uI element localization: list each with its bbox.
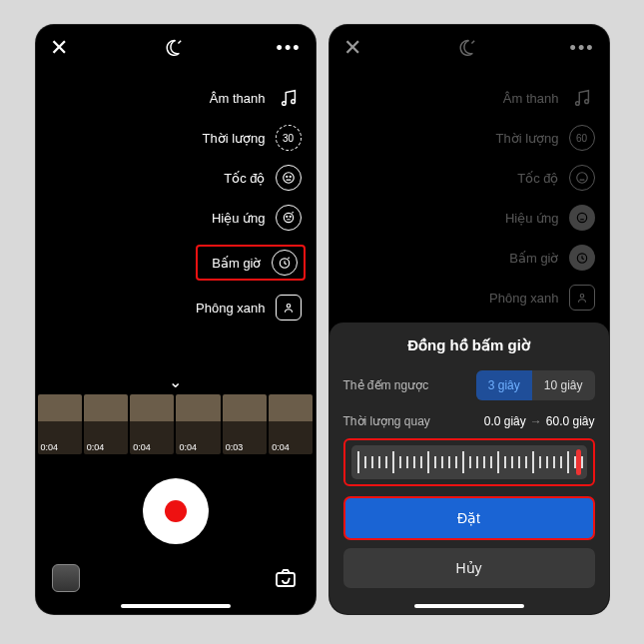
flip-camera-icon[interactable] — [272, 564, 300, 592]
home-indicator — [121, 604, 231, 608]
home-indicator — [414, 604, 524, 608]
label: Âm thanh — [503, 91, 559, 106]
timer-sheet: Đồng hồ bấm giờ Thẻ đếm ngược 3 giây 10 … — [329, 322, 609, 614]
label: Âm thanh — [210, 91, 266, 106]
menu-timer[interactable]: Bấm giờ — [196, 245, 305, 281]
duration-icon: 30 — [276, 125, 302, 151]
thumb[interactable]: 0:04 — [38, 394, 82, 454]
side-menu: Âm thanh Thời lượng 60 Tốc độ Hiệu ứng — [489, 85, 594, 311]
duration-icon: 60 — [569, 125, 595, 151]
thumb[interactable]: 0:04 — [176, 394, 220, 454]
menu-greenscreen[interactable]: Phông xanh — [489, 285, 594, 311]
label: Tốc độ — [224, 171, 265, 186]
left-screenshot: ✕ ••• Âm thanh Thời lượng 30 Tốc độ — [36, 25, 316, 614]
label: Bấm giờ — [212, 256, 261, 271]
stickers-button[interactable] — [52, 564, 80, 592]
svg-point-5 — [290, 176, 291, 177]
countdown-label: Thẻ đếm ngược — [343, 378, 429, 392]
greenscreen-icon — [276, 295, 302, 321]
thumb[interactable]: 0:04 — [130, 394, 174, 454]
night-mode-icon[interactable] — [454, 37, 476, 59]
clip-thumbnails: 0:04 0:04 0:04 0:04 0:03 0:04 — [36, 394, 316, 454]
topbar: ✕ ••• — [36, 25, 316, 67]
label: Tốc độ — [517, 171, 558, 186]
record-duration-values: 0.0 giây→60.0 giây — [484, 414, 595, 428]
duration-ruler-highlight — [343, 438, 595, 486]
record-button[interactable] — [143, 478, 209, 544]
menu-speed[interactable]: Tốc độ — [489, 165, 594, 191]
svg-point-10 — [287, 305, 291, 309]
svg-rect-11 — [277, 573, 295, 586]
set-button[interactable]: Đặt — [343, 496, 595, 540]
close-icon[interactable]: ✕ — [50, 35, 68, 61]
svg-point-1 — [282, 102, 286, 106]
menu-duration[interactable]: Thời lượng 60 — [489, 125, 594, 151]
label: Thời lượng — [495, 131, 558, 146]
label: Phông xanh — [489, 291, 558, 306]
svg-line-0 — [178, 41, 181, 44]
label: Phông xanh — [196, 301, 265, 316]
effect-icon — [276, 205, 302, 231]
right-screenshot: ✕ ••• Âm thanh Thời lượng 60 Tốc độ — [329, 25, 609, 614]
thumb[interactable]: 0:04 — [84, 394, 128, 454]
effect-icon — [569, 205, 595, 231]
cancel-button[interactable]: Hủy — [343, 548, 595, 588]
thumb[interactable]: 0:03 — [223, 394, 267, 454]
svg-point-14 — [584, 100, 588, 104]
label: Bấm giờ — [509, 251, 558, 266]
topbar: ✕ ••• — [329, 25, 609, 67]
music-icon — [569, 85, 595, 111]
speed-icon — [569, 165, 595, 191]
svg-point-7 — [286, 216, 287, 217]
svg-point-3 — [283, 173, 294, 184]
label: Thời lượng — [202, 131, 265, 146]
menu-timer[interactable]: Bấm giờ — [489, 245, 594, 271]
greenscreen-icon — [569, 285, 595, 311]
svg-point-2 — [291, 100, 295, 104]
more-icon[interactable]: ••• — [277, 38, 302, 59]
thumb[interactable]: 0:04 — [269, 394, 313, 454]
label: Hiệu ứng — [505, 211, 559, 226]
svg-point-18 — [580, 295, 584, 299]
menu-effect[interactable]: Hiệu ứng — [489, 205, 594, 231]
svg-point-13 — [575, 102, 579, 106]
menu-effect[interactable]: Hiệu ứng — [196, 205, 301, 231]
countdown-segmented: 3 giây 10 giây — [476, 370, 595, 400]
opt-3s[interactable]: 3 giây — [476, 370, 532, 400]
menu-sound[interactable]: Âm thanh — [489, 85, 594, 111]
music-icon — [276, 85, 302, 111]
night-mode-icon[interactable] — [161, 37, 183, 59]
chevron-down-icon[interactable]: ⌄ — [169, 372, 182, 391]
more-icon[interactable]: ••• — [570, 38, 595, 59]
sheet-title: Đồng hồ bấm giờ — [343, 336, 595, 354]
duration-ruler[interactable] — [351, 445, 587, 479]
label: Hiệu ứng — [212, 211, 266, 226]
close-icon[interactable]: ✕ — [343, 35, 361, 61]
ruler-handle[interactable] — [576, 449, 581, 475]
svg-point-16 — [577, 213, 586, 222]
record-duration-label: Thời lượng quay — [343, 414, 430, 428]
side-menu: Âm thanh Thời lượng 30 Tốc độ Hiệu ứng — [196, 85, 301, 321]
svg-line-12 — [471, 41, 474, 44]
svg-point-4 — [286, 176, 287, 177]
svg-point-8 — [290, 216, 291, 217]
record-row — [36, 478, 316, 544]
menu-speed[interactable]: Tốc độ — [196, 165, 301, 191]
timer-icon — [569, 245, 595, 271]
speed-icon — [276, 165, 302, 191]
svg-point-15 — [576, 173, 587, 184]
timer-icon — [272, 250, 298, 276]
menu-duration[interactable]: Thời lượng 30 — [196, 125, 301, 151]
svg-point-6 — [284, 213, 293, 222]
opt-10s[interactable]: 10 giây — [532, 370, 595, 400]
menu-sound[interactable]: Âm thanh — [196, 85, 301, 111]
menu-greenscreen[interactable]: Phông xanh — [196, 295, 301, 321]
